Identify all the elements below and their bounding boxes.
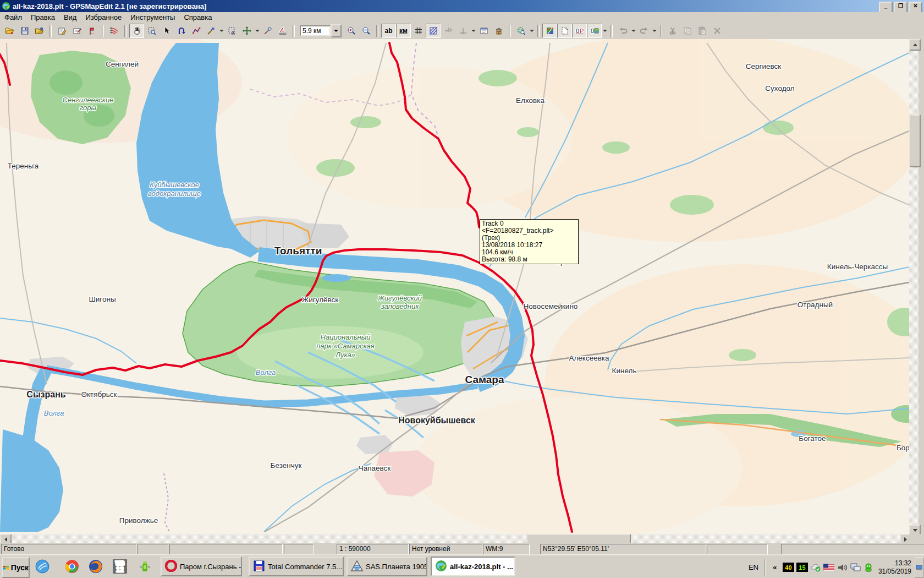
zoom-select-icon[interactable]: [144, 24, 159, 38]
taskbar-task-3[interactable]: SAS.Планета 19052...: [346, 557, 427, 576]
edit-properties-icon[interactable]: [69, 24, 84, 38]
junction-dropdown[interactable]: [470, 24, 476, 37]
show-points-icon[interactable]: 0Р: [572, 24, 587, 38]
move-dropdown[interactable]: [254, 24, 260, 37]
tray-badge-40[interactable]: 40: [783, 563, 794, 572]
quicklaunch-winbox-icon[interactable]: [34, 558, 51, 575]
status-empty-4: [707, 544, 768, 554]
building-icon[interactable]: [491, 24, 506, 38]
restore-button[interactable]: ❐: [894, 2, 908, 13]
close-button[interactable]: ✕: [909, 2, 922, 13]
menu-вид[interactable]: Вид: [59, 12, 81, 23]
units-toggle[interactable]: км: [396, 24, 411, 38]
route-icon[interactable]: [107, 24, 122, 38]
floppy-icon: [253, 560, 265, 574]
redo-icon[interactable]: [636, 24, 651, 38]
properties-icon[interactable]: [54, 24, 69, 38]
move-icon[interactable]: [239, 24, 254, 38]
horizontal-scrollbar[interactable]: [0, 534, 909, 543]
save-icon[interactable]: [17, 24, 32, 38]
map-label: Борское: [897, 444, 909, 452]
vertical-scrollbar[interactable]: [909, 39, 919, 534]
paste-icon[interactable]: [695, 24, 710, 38]
map-label: Волга: [256, 368, 276, 377]
address-window-icon[interactable]: [476, 24, 491, 38]
crop-icon[interactable]: [224, 24, 239, 38]
blank-page-icon[interactable]: [557, 24, 572, 38]
tray-expand-icon[interactable]: «: [769, 562, 780, 573]
menu-правка[interactable]: Правка: [26, 12, 59, 23]
svg-text:0: 0: [576, 28, 579, 34]
map-label: Новосемейкино: [524, 302, 578, 310]
zoom-out-icon[interactable]: [359, 24, 373, 38]
vertical-scroll-thumb[interactable]: [909, 114, 921, 167]
tray-network-icon[interactable]: [850, 562, 861, 573]
desktop: all-kaz-2018.plt - GPSMapEdit 2.1 [не за…: [0, 0, 924, 578]
taskbar-task-1[interactable]: Паром г.Сызрань - ...: [161, 557, 242, 576]
scale-dropdown-arrow[interactable]: [331, 24, 342, 37]
menu-файл[interactable]: Файл: [0, 12, 26, 23]
taskbar-task-4[interactable]: all-kaz-2018.plt - ...: [431, 557, 515, 576]
scroll-up-arrow[interactable]: [909, 39, 921, 51]
raster-dropdown[interactable]: [602, 24, 608, 37]
junction2-icon[interactable]: [455, 24, 470, 38]
magic-wand-icon[interactable]: [204, 24, 218, 38]
minimize-button[interactable]: _: [879, 2, 893, 13]
magic-wand-dropdown[interactable]: [218, 24, 224, 37]
uturn-icon[interactable]: [174, 24, 189, 38]
menu-инструменты[interactable]: Инструменты: [126, 12, 179, 23]
zoom-in-icon[interactable]: [344, 24, 359, 38]
track-tooltip: Track 0 <F=20180827_track.plt>(Трек)13/0…: [480, 219, 579, 264]
attach-icon[interactable]: [260, 24, 275, 38]
label-tool-icon[interactable]: А: [275, 24, 290, 38]
status-coords: N53°29.55' E50°05.11': [540, 544, 706, 554]
labels-toggle[interactable]: ab: [381, 24, 396, 38]
menu-избранное[interactable]: Избранное: [81, 12, 126, 23]
open-map-icon[interactable]: [32, 24, 47, 38]
undo-dropdown[interactable]: [630, 24, 636, 37]
tray-qip-icon[interactable]: [863, 562, 874, 573]
map-label: Чапаевск: [359, 464, 391, 472]
quicklaunch-green-app-icon[interactable]: [136, 558, 153, 575]
quicklaunch-firefox-icon[interactable]: [87, 558, 104, 575]
tray-cloud-icon[interactable]: [810, 562, 821, 573]
map-label: Кинель-Черкассы: [827, 263, 888, 271]
scrollbar-corner: [909, 534, 924, 543]
undo-icon[interactable]: [615, 24, 630, 38]
delete-icon[interactable]: [710, 24, 724, 38]
open-file-icon[interactable]: [2, 24, 17, 38]
show-map-icon[interactable]: [542, 24, 557, 38]
tray-speaker-icon[interactable]: [837, 562, 848, 573]
map-label: заповедник: [381, 302, 420, 310]
add-track-icon[interactable]: [84, 24, 99, 38]
cut-icon[interactable]: [665, 24, 680, 38]
select-arrow-icon[interactable]: [159, 24, 174, 38]
quicklaunch-chrome-icon[interactable]: [64, 558, 80, 575]
menu-справка[interactable]: Справка: [179, 12, 216, 23]
map-label: Кинель: [612, 367, 637, 375]
show-raster-icon[interactable]: 0: [587, 24, 602, 38]
tray-flag-icon[interactable]: [823, 562, 834, 573]
start-button[interactable]: Пуск: [2, 557, 30, 578]
hatch-toggle[interactable]: [426, 24, 441, 38]
sas-icon: [351, 560, 363, 574]
tray-badge-15[interactable]: 15: [796, 563, 808, 572]
map-canvas[interactable]: СенгилейСенгилеевскиегорыТереньгаКуйбыше…: [0, 39, 910, 534]
show-desktop-button[interactable]: [915, 557, 923, 578]
junction-icon[interactable]: [441, 24, 455, 38]
menu-bar: ФайлПравкаВидИзбранноеИнструментыСправка: [0, 12, 924, 23]
find-globe-icon[interactable]: [514, 24, 529, 38]
opera-icon: [165, 560, 177, 574]
tray-clock[interactable]: 13:32 31/05/2019: [878, 559, 911, 576]
scale-value[interactable]: 5.9 км: [300, 25, 331, 36]
redo-dropdown[interactable]: [651, 24, 657, 37]
language-indicator[interactable]: EN: [743, 563, 764, 571]
taskbar-task-2[interactable]: Total Commander 7.5...: [249, 557, 344, 576]
quicklaunch-wb12-icon[interactable]: WB12: [112, 558, 128, 575]
find-dropdown[interactable]: [529, 24, 535, 37]
pan-hand-icon[interactable]: [129, 24, 144, 38]
scale-combobox[interactable]: 5.9 км: [300, 24, 342, 37]
grid-toggle[interactable]: [411, 24, 426, 38]
copy-icon[interactable]: [680, 24, 695, 38]
polyline-icon[interactable]: [189, 24, 204, 38]
